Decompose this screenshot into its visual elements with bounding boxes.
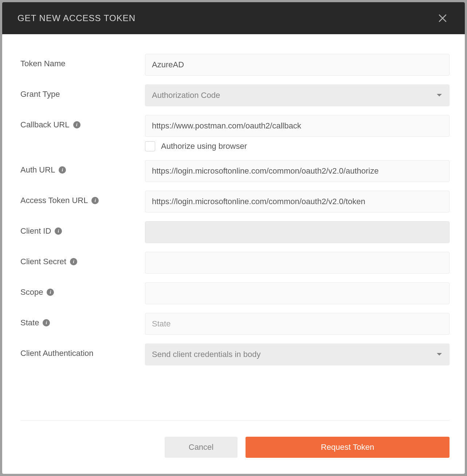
- access-token-url-input[interactable]: [145, 191, 450, 213]
- client-secret-input[interactable]: [145, 252, 450, 274]
- info-icon[interactable]: i: [70, 258, 77, 265]
- client-secret-row: Client Secret i: [20, 252, 450, 274]
- info-icon[interactable]: i: [55, 227, 62, 235]
- grant-type-value: Authorization Code: [145, 84, 450, 106]
- callback-url-label: Callback URL i: [20, 115, 145, 130]
- callback-url-input[interactable]: [145, 115, 450, 137]
- access-token-dialog: GET NEW ACCESS TOKEN Token Name Grant Ty…: [2, 2, 465, 474]
- scope-input[interactable]: [145, 282, 450, 304]
- info-icon[interactable]: i: [59, 166, 66, 174]
- auth-url-input[interactable]: [145, 160, 450, 182]
- info-icon[interactable]: i: [47, 289, 54, 296]
- info-icon[interactable]: i: [43, 319, 50, 326]
- client-authentication-value: Send client credentials in body: [145, 344, 450, 365]
- auth-url-row: Auth URL i: [20, 160, 450, 182]
- grant-type-select[interactable]: Authorization Code: [145, 84, 450, 106]
- grant-type-row: Grant Type Authorization Code: [20, 84, 450, 106]
- dialog-content: Token Name Grant Type Authorization Code: [2, 34, 465, 406]
- authorize-browser-label: Authorize using browser: [161, 142, 247, 151]
- dialog-header: GET NEW ACCESS TOKEN: [2, 2, 465, 34]
- authorize-browser-checkbox[interactable]: [145, 141, 155, 151]
- callback-url-row: Callback URL i: [20, 115, 450, 137]
- grant-type-label: Grant Type: [20, 84, 145, 99]
- cancel-button[interactable]: Cancel: [165, 437, 238, 458]
- auth-url-label: Auth URL i: [20, 160, 145, 175]
- access-token-url-label: Access Token URL i: [20, 191, 145, 205]
- scope-row: Scope i: [20, 282, 450, 304]
- close-icon: [439, 14, 447, 22]
- info-icon[interactable]: i: [91, 197, 99, 204]
- scope-label: Scope i: [20, 282, 145, 297]
- client-id-input[interactable]: [145, 221, 450, 243]
- state-label: State i: [20, 313, 145, 328]
- client-id-row: Client ID i: [20, 221, 450, 243]
- access-token-url-row: Access Token URL i: [20, 191, 450, 213]
- client-secret-label: Client Secret i: [20, 252, 145, 266]
- close-button[interactable]: [436, 11, 450, 25]
- authorize-browser-row: Authorize using browser: [145, 141, 450, 151]
- state-input[interactable]: [145, 313, 450, 335]
- client-authentication-label: Client Authentication: [20, 344, 145, 358]
- client-authentication-row: Client Authentication Send client creden…: [20, 344, 450, 365]
- info-icon[interactable]: i: [73, 121, 81, 128]
- token-name-label: Token Name: [20, 54, 145, 68]
- request-token-button[interactable]: Request Token: [246, 437, 450, 458]
- token-name-row: Token Name: [20, 54, 450, 76]
- client-authentication-select[interactable]: Send client credentials in body: [145, 344, 450, 365]
- dialog-footer: Cancel Request Token: [20, 420, 450, 474]
- client-id-label: Client ID i: [20, 221, 145, 236]
- state-row: State i: [20, 313, 450, 335]
- dialog-title: GET NEW ACCESS TOKEN: [17, 13, 136, 23]
- token-name-input[interactable]: [145, 54, 450, 76]
